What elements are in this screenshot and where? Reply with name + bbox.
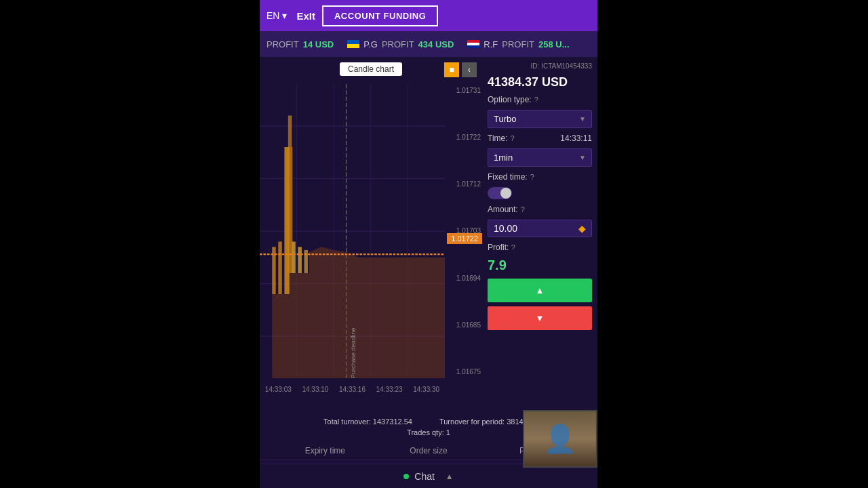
ticker-amount-rf: 258 U...	[538, 39, 570, 49]
total-turnover-label: Total turnover:	[323, 418, 371, 426]
chat-chevron-up-icon: ▲	[446, 472, 454, 481]
time-help-icon[interactable]: ?	[511, 134, 515, 142]
svg-rect-20	[284, 147, 289, 294]
purchase-deadline-text: Purchase deadline	[350, 327, 357, 378]
svg-rect-0	[347, 40, 359, 44]
buy-arrow-icon: ▲	[536, 285, 545, 296]
svg-rect-2	[467, 40, 479, 43]
ticker-amount-pg: 434 USD	[418, 39, 454, 49]
time-dropdown[interactable]: 1min ▼	[488, 148, 592, 167]
col-expiry-time: Expiry time	[273, 446, 377, 455]
flag-icon-rf	[467, 40, 479, 48]
svg-rect-3	[467, 43, 479, 45]
col-order-size: Order size	[377, 446, 481, 455]
option-type-dropdown[interactable]: Turbo ▼	[488, 110, 592, 128]
right-panel: ID: ICTAM10454333 41384.37 USD Option ty…	[482, 57, 597, 412]
toggle-knob	[500, 188, 511, 199]
chart-btn-prev[interactable]: ‹	[462, 62, 477, 77]
lang-chevron-icon: ▾	[282, 10, 287, 21]
ticker-profit-1: PROFIT	[267, 39, 299, 49]
option-type-label: Option type: ?	[488, 95, 592, 104]
time-labels: 14:33:03 14:33:10 14:33:16 14:33:23 14:3…	[260, 386, 445, 393]
fixed-time-help-icon[interactable]: ?	[530, 173, 534, 181]
option-type-dropdown-arrow-icon: ▼	[579, 115, 586, 123]
svg-rect-21	[292, 242, 295, 274]
sell-button[interactable]: ▼	[488, 306, 592, 330]
current-price-value: 1.01722	[451, 235, 478, 243]
time-field-label: Time: ? 14:33:11	[488, 134, 592, 143]
svg-rect-16	[288, 116, 292, 148]
trades-qty-label: Trades qty:	[407, 428, 444, 436]
profit-amount: 7.9	[488, 258, 507, 272]
amount-input-row: ◆	[488, 220, 592, 237]
amount-help-icon[interactable]: ?	[521, 205, 525, 214]
chart-controls: ■ ‹	[444, 62, 477, 77]
time-text: Time:	[488, 134, 508, 143]
exit-button[interactable]: ExIt	[296, 10, 315, 22]
fixed-time-toggle-row	[488, 187, 592, 199]
buy-sell-row: ▲ ▼	[488, 279, 592, 330]
ticker-amount-1: 14 USD	[303, 39, 334, 49]
current-price-marker: 1.01722	[447, 233, 482, 244]
price-label-3: 1.01712	[446, 180, 481, 188]
purchase-deadline-label: Purchase deadline	[350, 84, 357, 378]
option-type-text: Option type:	[488, 95, 532, 104]
total-turnover-value: 1437312.54	[373, 418, 412, 426]
lang-label: EN	[267, 10, 279, 21]
time-current-value: 14:33:11	[560, 134, 592, 143]
main-content: Candle chart ■ ‹	[260, 57, 597, 412]
amount-label: Amount: ?	[488, 205, 592, 214]
option-type-help-icon[interactable]: ?	[534, 96, 538, 104]
chart-area: Candle chart ■ ‹	[260, 57, 482, 412]
lang-selector[interactable]: EN ▾	[267, 10, 287, 21]
profit-label: Profit: ?	[488, 243, 592, 252]
candle-chart-label: Candle chart	[340, 62, 402, 76]
svg-rect-22	[298, 247, 301, 273]
time-label-2: 14:33:10	[302, 386, 328, 393]
period-turnover-label: Turnover for period:	[439, 418, 505, 426]
fixed-time-text: Fixed time:	[488, 172, 528, 182]
profit-text: Profit:	[488, 243, 509, 252]
price-label-1: 1.01731	[446, 87, 481, 94]
amount-input[interactable]	[494, 223, 578, 234]
time-dropdown-arrow-icon: ▼	[579, 154, 586, 161]
diamond-icon: ◆	[578, 223, 586, 234]
time-label-3: 14:33:16	[339, 386, 366, 393]
ticker-item-3: R.F PROFIT 258 U...	[467, 39, 569, 49]
total-turnover: Total turnover: 1437312.54	[323, 418, 412, 426]
svg-rect-4	[467, 45, 479, 48]
nav-bar: EN ▾ ExIt ACCOUNT FUNDING	[260, 0, 597, 31]
time-option-value: 1min	[494, 152, 513, 163]
option-type-value: Turbo	[494, 114, 516, 124]
person-silhouette-icon: 👤	[543, 423, 577, 455]
ticker-profit-pg: PROFIT	[382, 39, 414, 49]
price-label-6: 1.01685	[446, 321, 481, 329]
svg-rect-19	[278, 242, 281, 295]
chart-btn-yellow[interactable]: ■	[444, 62, 459, 77]
chat-online-indicator	[403, 474, 409, 479]
price-label-2: 1.01722	[446, 134, 481, 141]
time-label-1: 14:33:03	[265, 386, 292, 393]
account-id: ID: ICTAM10454333	[488, 62, 592, 70]
fixed-time-label: Fixed time: ?	[488, 172, 592, 182]
buy-button[interactable]: ▲	[488, 279, 592, 302]
price-label-5: 1.01694	[446, 274, 481, 282]
profit-value: 7.9	[488, 258, 592, 273]
account-funding-button[interactable]: ACCOUNT FUNDING	[322, 5, 438, 26]
profit-help-icon[interactable]: ?	[511, 243, 515, 251]
ticker-label-pg: P.G	[363, 39, 378, 49]
flag-icon-pg	[347, 40, 359, 48]
ticker-bar: PROFIT 14 USD P.G PROFIT 434 USD R.F PRO…	[260, 31, 597, 57]
ticker-label-rf: R.F	[484, 39, 498, 49]
time-label-5: 14:33:30	[413, 386, 439, 393]
time-label-4: 14:33:23	[376, 386, 403, 393]
trading-window: EN ▾ ExIt ACCOUNT FUNDING PROFIT 14 USD …	[260, 0, 597, 488]
svg-rect-1	[347, 44, 359, 48]
trades-qty-value: 1	[446, 428, 450, 436]
ticker-item-2: P.G PROFIT 434 USD	[347, 39, 454, 49]
fixed-time-toggle[interactable]	[488, 187, 512, 199]
sell-arrow-icon: ▼	[536, 313, 545, 323]
ticker-item-1: PROFIT 14 USD	[267, 39, 334, 49]
period-turnover: Turnover for period: 3814.00	[439, 418, 534, 426]
account-balance: 41384.37 USD	[488, 75, 592, 89]
